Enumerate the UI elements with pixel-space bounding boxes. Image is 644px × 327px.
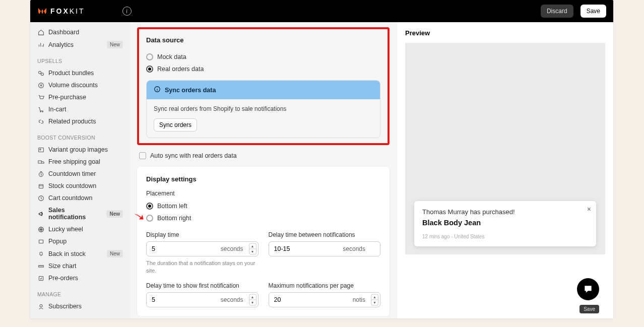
svg-point-3 [40,111,41,112]
brand-logo: FOXKIT [37,7,85,15]
chat-icon [583,284,593,294]
svg-point-1 [41,73,43,75]
cart-icon [37,94,44,101]
svg-rect-12 [39,240,43,243]
sidebar-item-free-shipping[interactable]: Free shipping goal [30,156,130,168]
popup-icon [37,238,44,245]
svg-point-6 [39,149,40,150]
bell-icon [37,250,44,257]
discard-button[interactable]: Discard [541,5,573,18]
input-suffix: seconds [343,245,365,252]
chevron-down-icon[interactable]: ▼ [249,249,256,254]
sidebar-item-volume-discounts[interactable]: Volume discounts [30,79,130,91]
svg-rect-9 [39,184,43,188]
chevron-down-icon[interactable]: ▼ [249,300,256,305]
preview-title: Preview [405,29,605,37]
sidebar-item-label: Lucky wheel [48,226,83,233]
notification-meta: 12 mins ago - United States [422,234,588,239]
sidebar-item-label: Product bundles [48,70,94,77]
chevron-up-icon[interactable]: ▲ [371,294,378,300]
sidebar-item-label: In-cart [48,106,66,113]
sidebar-item-pre-orders[interactable]: Pre-orders [30,272,130,284]
sync-panel-title: Sync orders data [165,87,216,94]
svg-point-15 [40,304,42,307]
sidebar-item-countdown-timer[interactable]: Countdown timer [30,168,130,180]
delay-first-label: Delay time to show first notification [146,282,259,289]
sidebar-item-related-products[interactable]: Related products [30,115,130,127]
chevron-up-icon[interactable]: ▲ [249,244,256,249]
chart-icon [37,41,44,48]
data-source-highlight: Data source Mock data Real orders data S… [137,27,390,145]
radio-label: Mock data [157,53,186,60]
sidebar: Dashboard AnalyticsNew UPSELLS Product b… [30,22,130,318]
sync-orders-button[interactable]: Sync orders [154,118,197,132]
svg-rect-7 [38,161,41,163]
input-suffix: seconds [221,245,243,252]
sidebar-item-analytics[interactable]: AnalyticsNew [30,38,130,51]
close-icon[interactable]: × [587,205,591,213]
sidebar-item-label: Pre-purchase [48,94,86,101]
info-icon[interactable]: i [122,7,132,16]
radio-label: Real orders data [157,66,204,73]
sidebar-item-subscribers[interactable]: Subscribers [30,300,130,312]
sidebar-item-popup[interactable]: Popup [30,235,130,247]
timer-icon [37,170,44,177]
sidebar-item-label: Dashboard [48,29,79,36]
chevron-down-icon[interactable]: ▼ [371,300,378,305]
sync-panel: Sync orders data Sync real orders from S… [146,80,380,138]
data-source-title: Data source [146,36,380,44]
ruler-icon [37,263,44,270]
checkbox-icon [139,152,146,159]
sidebar-item-lucky-wheel[interactable]: Lucky wheel [30,223,130,235]
preview-column: Preview × Thomas Murray has purchased! B… [397,22,613,318]
checkbox-label: Auto sync with real orders data [150,152,237,159]
sidebar-item-pre-purchase[interactable]: Pre-purchase [30,91,130,103]
link-icon [37,118,44,125]
autosync-checkbox-row[interactable]: Auto sync with real orders data [137,152,390,166]
placement-label: Placement [146,190,380,197]
radio-bottom-right[interactable]: Bottom right [146,212,380,224]
chevron-up-icon[interactable]: ▲ [249,294,256,300]
delay-between-label: Delay time between notifications [269,231,381,238]
clock-icon [37,194,44,202]
sidebar-item-dashboard[interactable]: Dashboard [30,26,130,38]
sidebar-item-label: Size chart [48,263,77,270]
sidebar-item-back-in-stock[interactable]: Back in stockNew [30,247,130,260]
user-icon [37,303,44,310]
sidebar-item-in-cart[interactable]: In-cart [30,103,130,115]
new-badge: New [107,250,123,257]
sidebar-item-label: Popup [48,238,67,245]
notification-text: Thomas Murray has purchased! [422,208,588,216]
sidebar-item-label: Subscribers [48,303,82,310]
chat-button[interactable] [577,278,599,300]
truck-icon [37,158,44,165]
sidebar-section-upsells: UPSELLS [30,51,130,67]
stepper[interactable]: ▲▼ [371,294,378,305]
radio-bottom-left[interactable]: Bottom left [146,200,380,212]
radio-mock-data[interactable]: Mock data [146,51,380,63]
radio-real-orders[interactable]: Real orders data [146,63,380,75]
home-icon [37,29,44,36]
preview-canvas: × Thomas Murray has purchased! Black Bod… [405,43,605,254]
sidebar-item-label: Sales notifications [48,207,102,221]
display-time-label: Display time [146,231,259,238]
sidebar-item-label: Countdown timer [48,170,96,177]
sidebar-item-product-bundles[interactable]: Product bundles [30,67,130,79]
save-button[interactable]: Save [581,5,606,18]
svg-rect-5 [38,148,43,152]
sidebar-item-label: Analytics [48,41,74,48]
megaphone-icon [37,210,44,217]
sidebar-item-stock-countdown[interactable]: Stock countdown [30,180,130,192]
cart-plus-icon [37,106,44,113]
main-content: Data source Mock data Real orders data S… [130,22,397,318]
sidebar-item-size-chart[interactable]: Size chart [30,260,130,272]
stepper[interactable]: ▲▼ [249,243,256,255]
radio-label: Bottom left [157,203,187,210]
sidebar-item-sales-notifications[interactable]: Sales notificationsNew [30,204,130,223]
info-circle-icon [154,86,161,94]
bundle-icon [37,70,44,77]
stepper[interactable]: ▲▼ [249,294,256,305]
sync-panel-body: Sync real orders from Shopify to sale no… [147,99,380,138]
sidebar-item-cart-countdown[interactable]: Cart countdown [30,192,130,204]
sidebar-item-variant-group[interactable]: Variant group images [30,144,130,156]
